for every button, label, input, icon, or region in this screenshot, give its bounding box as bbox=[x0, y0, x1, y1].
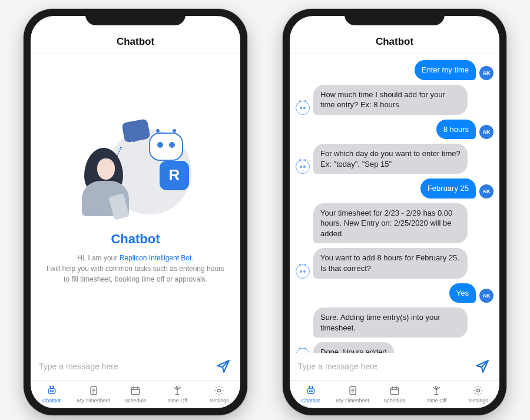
calendar-icon bbox=[129, 385, 142, 396]
tab-timeoff[interactable]: Time Off bbox=[157, 383, 198, 404]
intro-illustration: R bbox=[80, 123, 191, 223]
app-screen-intro: Chatbot R Chatbot bbox=[31, 16, 240, 408]
svg-point-2 bbox=[52, 391, 53, 392]
bottom-tab-bar: ChatbotMy TimesheetScheduleTime OffSetti… bbox=[31, 380, 240, 408]
tab-settings[interactable]: Settings bbox=[198, 383, 240, 404]
svg-point-23 bbox=[312, 386, 313, 388]
message-list: Enter my timeAKHow much time I should ad… bbox=[293, 54, 496, 353]
message-row: How much time I should add for your time… bbox=[296, 85, 493, 115]
intro-title: Chatbot bbox=[111, 232, 160, 247]
svg-point-33 bbox=[477, 389, 480, 392]
chat-content: Enter my timeAKHow much time I should ad… bbox=[290, 54, 499, 353]
intro-container: R Chatbot Hi, I am your Replicon Intelli… bbox=[34, 54, 237, 353]
user-avatar: AK bbox=[479, 125, 493, 139]
phone-notch bbox=[344, 9, 445, 25]
bot-message-bubble: Sure. Adding time entry(s) into your tim… bbox=[313, 307, 468, 338]
bot-message-bubble: Your timesheet for 2/23 - 2/29 has 0.00 … bbox=[313, 203, 468, 244]
palm-icon bbox=[171, 385, 184, 396]
bot-avatar-icon bbox=[296, 101, 310, 115]
gear-icon bbox=[213, 385, 226, 396]
tab-label: Settings bbox=[469, 398, 488, 404]
tab-schedule[interactable]: Schedule bbox=[114, 383, 156, 404]
phone-notch bbox=[85, 9, 186, 25]
intro-text: Hi, I am your Replicon Intelligent Bot. … bbox=[45, 253, 226, 285]
tab-timesheet[interactable]: My Timesheet bbox=[332, 383, 373, 404]
svg-point-16 bbox=[218, 389, 221, 392]
bot-avatar-icon bbox=[296, 348, 310, 353]
calendar-icon bbox=[388, 385, 401, 396]
replicon-badge-icon: R bbox=[160, 161, 189, 190]
message-input-bar bbox=[31, 353, 240, 380]
message-input-bar bbox=[290, 353, 499, 380]
intro-content: R Chatbot Hi, I am your Replicon Intelli… bbox=[31, 54, 240, 353]
svg-rect-11 bbox=[131, 388, 139, 395]
user-avatar: AK bbox=[479, 184, 493, 199]
tab-settings[interactable]: Settings bbox=[458, 383, 499, 404]
palm-icon bbox=[430, 385, 443, 396]
tab-timeoff[interactable]: Time Off bbox=[416, 383, 458, 404]
bot-icon bbox=[304, 385, 317, 396]
sheet-icon bbox=[87, 385, 100, 396]
tab-label: Chatbot bbox=[42, 398, 61, 404]
message-row: Your timesheet for 2/23 - 2/29 has 0.00 … bbox=[296, 203, 493, 244]
send-icon bbox=[475, 359, 490, 374]
user-avatar: AK bbox=[479, 289, 493, 303]
bot-message-bubble: How much time I should add for your time… bbox=[313, 85, 468, 115]
tab-timesheet[interactable]: My Timesheet bbox=[72, 383, 114, 404]
gear-icon bbox=[472, 385, 485, 396]
user-message-bubble: Yes bbox=[449, 283, 476, 303]
svg-point-5 bbox=[49, 386, 51, 388]
phone-mockup-chat: Chatbot Enter my timeAKHow much time I s… bbox=[283, 9, 506, 415]
message-row: Enter my timeAK bbox=[296, 60, 493, 80]
tab-label: Time Off bbox=[167, 398, 187, 404]
bot-message-bubble: For which day do you want to enter time?… bbox=[313, 144, 468, 174]
tab-label: Schedule bbox=[383, 398, 406, 404]
intro-text-prefix: Hi, I am your bbox=[77, 254, 119, 262]
bottom-tab-bar: ChatbotMy TimesheetScheduleTime OffSetti… bbox=[290, 380, 499, 408]
tab-label: My Timesheet bbox=[336, 398, 369, 404]
tab-label: Time Off bbox=[426, 398, 446, 404]
bot-avatar-icon bbox=[296, 264, 310, 279]
tab-chatbot[interactable]: Chatbot bbox=[31, 383, 72, 404]
tab-label: Settings bbox=[210, 398, 229, 404]
user-message-bubble: 8 hours bbox=[436, 120, 476, 140]
message-row: February 25AK bbox=[296, 178, 493, 199]
message-row: Sure. Adding time entry(s) into your tim… bbox=[296, 307, 493, 338]
message-input[interactable] bbox=[39, 362, 208, 371]
send-icon bbox=[216, 359, 231, 374]
app-screen-chat: Chatbot Enter my timeAKHow much time I s… bbox=[290, 16, 499, 408]
send-button[interactable] bbox=[473, 358, 491, 375]
message-row: 8 hoursAK bbox=[296, 120, 493, 140]
intro-text-highlight: Replicon Intelligent Bot bbox=[120, 254, 192, 262]
svg-point-18 bbox=[309, 391, 310, 392]
svg-rect-0 bbox=[48, 389, 55, 393]
svg-rect-17 bbox=[307, 389, 314, 393]
tab-label: My Timesheet bbox=[77, 398, 110, 404]
user-avatar: AK bbox=[479, 66, 493, 80]
message-row: YesAK bbox=[296, 283, 493, 303]
user-message-bubble: February 25 bbox=[420, 178, 476, 199]
speech-bubble-icon bbox=[121, 118, 150, 143]
bot-message-bubble: Done. Hours added bbox=[313, 342, 394, 353]
send-button[interactable] bbox=[214, 358, 232, 375]
tab-label: Schedule bbox=[124, 398, 147, 404]
user-message-bubble: Enter my time bbox=[415, 60, 476, 80]
phone-mockup-intro: Chatbot R Chatbot bbox=[24, 9, 247, 415]
message-input[interactable] bbox=[298, 362, 468, 371]
intro-text-line2: I will help you with common tasks such a… bbox=[47, 264, 224, 283]
svg-point-6 bbox=[52, 386, 54, 388]
svg-rect-28 bbox=[390, 388, 398, 395]
sheet-icon bbox=[346, 385, 359, 396]
intro-text-suffix: . bbox=[191, 254, 193, 262]
message-row: You want to add 8 hours for February 25.… bbox=[296, 248, 493, 278]
svg-point-19 bbox=[311, 391, 312, 392]
bot-icon bbox=[45, 385, 58, 396]
svg-point-22 bbox=[309, 386, 310, 388]
svg-point-1 bbox=[50, 391, 51, 392]
tab-chatbot[interactable]: Chatbot bbox=[290, 383, 332, 404]
bot-message-bubble: You want to add 8 hours for February 25.… bbox=[313, 248, 468, 278]
bot-avatar-icon bbox=[296, 160, 310, 174]
tab-label: Chatbot bbox=[302, 398, 320, 404]
tab-schedule[interactable]: Schedule bbox=[373, 383, 415, 404]
bot-face-icon bbox=[149, 133, 183, 161]
